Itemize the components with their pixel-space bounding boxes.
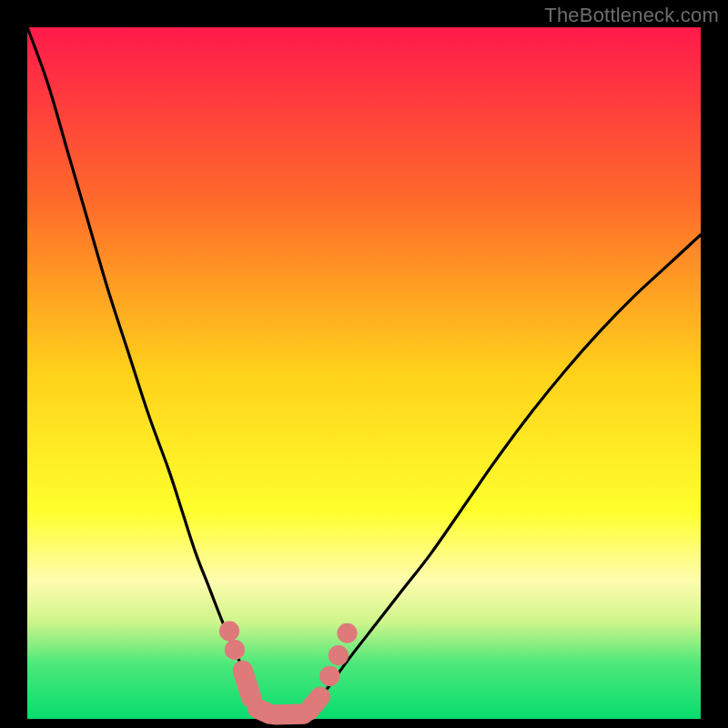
marker-dot-6 [319,666,339,686]
watermark-text: TheBottleneck.com [544,4,719,27]
marker-dot-8 [337,623,357,643]
marker-capsule-4 [275,714,303,715]
marker-dot-7 [329,645,349,665]
chart-canvas [0,0,728,728]
marker-capsule-5 [308,697,320,711]
marker-dot-1 [225,640,245,660]
marker-capsule-2 [243,671,252,698]
plot-background [27,27,701,719]
chart-frame: TheBottleneck.com [0,0,728,728]
marker-dot-0 [219,621,239,641]
